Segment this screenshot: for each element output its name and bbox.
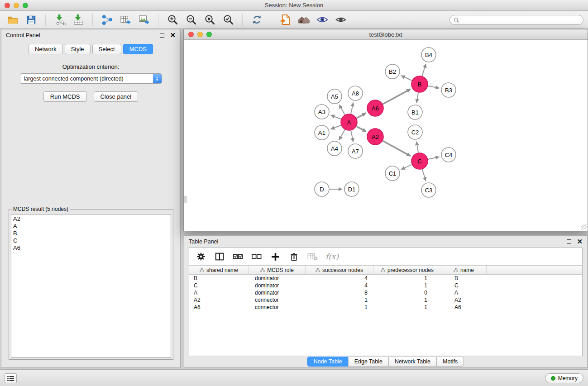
table-settings-gear-icon[interactable] [196, 251, 206, 262]
import-network-icon[interactable] [53, 14, 66, 26]
graph-edge-B-B2[interactable] [401, 76, 412, 81]
tab-mcds[interactable]: MCDS [123, 44, 153, 54]
zoom-out-icon[interactable] [185, 14, 197, 26]
close-table-panel-icon[interactable]: ✕ [577, 239, 583, 244]
network-overview-icon[interactable] [297, 14, 310, 26]
show-details-icon[interactable] [335, 14, 347, 26]
graph-edge-A-A6[interactable] [357, 113, 366, 118]
graph-node-A2[interactable]: A2 [367, 129, 383, 145]
graph-node-B4[interactable]: B4 [421, 48, 436, 62]
graph-node-B3[interactable]: B3 [441, 83, 456, 97]
graph-edge-A-A3[interactable] [331, 115, 341, 119]
tab-style[interactable]: Style [65, 44, 91, 54]
delete-column-icon[interactable] [288, 251, 299, 262]
graph-node-A4[interactable]: A4 [327, 141, 342, 156]
run-mcds-button[interactable]: Run MCDS [43, 91, 87, 102]
network-graph[interactable]: B4B2BB3A5A8A6A3B1AA1C2A2A4A7C4CC1C3DD1 [184, 40, 587, 231]
open-file-icon[interactable] [6, 14, 19, 26]
graph-edge-C-C1[interactable] [401, 165, 412, 170]
column-header[interactable]: predecessor nodes [373, 266, 441, 274]
graph-node-C1[interactable]: C1 [385, 166, 400, 181]
column-header[interactable]: name [441, 266, 487, 274]
close-network-window-button[interactable] [188, 32, 194, 37]
graph-node-A[interactable]: A [341, 114, 357, 130]
graph-node-A7[interactable]: A7 [348, 144, 363, 158]
graph-edge-A6-B[interactable] [383, 89, 411, 104]
network-canvas[interactable]: B4B2BB3A5A8A6A3B1AA1C2A2A4A7C4CC1C3DD1 [184, 40, 588, 231]
graph-node-D1[interactable]: D1 [344, 182, 359, 196]
close-panel-button[interactable]: Close panel [94, 91, 139, 102]
tab-edge-table[interactable]: Edge Table [348, 357, 389, 367]
zoom-actual-size-icon[interactable] [203, 14, 216, 26]
mcds-result-list[interactable]: A2 A B C A6 [11, 214, 171, 357]
graph-node-C3[interactable]: C3 [421, 183, 436, 197]
search-box[interactable] [449, 15, 583, 25]
graph-node-C[interactable]: C [411, 153, 428, 169]
table-row[interactable]: A6 connector 1 1 A6 [189, 304, 582, 311]
column-header[interactable]: successor nodes [306, 266, 373, 274]
graph-node-C2[interactable]: C2 [408, 125, 422, 139]
zoom-network-window-button[interactable] [206, 32, 212, 37]
graph-edge-C-C2[interactable] [416, 142, 418, 153]
task-history-button[interactable] [5, 373, 17, 383]
float-table-panel-icon[interactable] [567, 239, 571, 244]
graph-node-A8[interactable]: A8 [348, 86, 363, 100]
show-columns-icon[interactable] [214, 251, 225, 262]
zoom-in-icon[interactable] [166, 14, 179, 26]
add-column-icon[interactable] [270, 251, 281, 262]
select-all-icon[interactable] [233, 251, 244, 262]
table-row[interactable]: B dominator 4 1 B [189, 275, 582, 282]
import-table-icon[interactable] [72, 14, 85, 26]
tab-node-table[interactable]: Node Table [307, 357, 349, 367]
float-panel-icon[interactable] [160, 33, 164, 38]
graph-node-B2[interactable]: B2 [385, 64, 400, 79]
graph-edge-A-A4[interactable] [339, 130, 345, 140]
list-item[interactable]: C [13, 237, 169, 244]
list-item[interactable]: B [13, 230, 169, 237]
graph-edge-B-B1[interactable] [416, 93, 418, 103]
table-row[interactable]: A2 connector 1 1 A2 [189, 296, 582, 304]
list-item[interactable]: A [13, 223, 169, 230]
refresh-view-icon[interactable] [250, 14, 263, 26]
graph-node-C4[interactable]: C4 [441, 148, 456, 162]
zoom-window-button[interactable] [23, 3, 28, 8]
tab-network[interactable]: Network [29, 44, 63, 54]
function-builder-icon[interactable]: f(x) [325, 252, 339, 261]
import-session-icon[interactable] [279, 14, 292, 26]
graph-edge-A-A5[interactable] [339, 105, 344, 114]
graph-edge-A2-C[interactable] [383, 141, 411, 156]
graph-node-A6[interactable]: A6 [367, 100, 383, 116]
graph-node-B1[interactable]: B1 [408, 105, 422, 119]
table-row[interactable]: C dominator 4 1 C [189, 282, 582, 289]
new-network-icon[interactable] [100, 14, 113, 26]
graph-edge-A-A7[interactable] [351, 131, 353, 142]
graph-edge-A-A1[interactable] [331, 125, 341, 129]
save-session-icon[interactable] [25, 14, 38, 26]
close-window-button[interactable] [5, 3, 10, 8]
paint-style-icon[interactable] [316, 14, 329, 26]
tab-select[interactable]: Select [92, 44, 121, 54]
network-window-titlebar[interactable]: testGlobe.txt [184, 29, 588, 40]
graph-node-A3[interactable]: A3 [315, 105, 329, 119]
export-table-icon[interactable] [119, 14, 132, 26]
resize-grip[interactable] [581, 224, 587, 230]
close-panel-icon[interactable]: ✕ [170, 33, 176, 38]
delete-table-icon[interactable] [307, 251, 318, 262]
column-header[interactable]: MCDS role [249, 266, 306, 274]
graph-node-D[interactable]: D [315, 182, 329, 196]
graph-edge-A-A2[interactable] [357, 126, 366, 132]
column-header[interactable]: shared name [189, 266, 249, 274]
tab-motifs[interactable]: Motifs [436, 357, 464, 367]
memory-button[interactable]: Memory [545, 373, 583, 383]
graph-node-B[interactable]: B [411, 76, 428, 92]
graph-node-A5[interactable]: A5 [327, 89, 342, 104]
graph-edge-B-B4[interactable] [422, 64, 426, 76]
graph-edge-C-C3[interactable] [422, 169, 426, 181]
list-item[interactable]: A6 [13, 244, 169, 252]
search-input[interactable] [462, 17, 579, 23]
tab-network-table[interactable]: Network Table [388, 357, 437, 367]
export-image-icon[interactable] [138, 14, 150, 26]
optimization-dropdown[interactable]: largest connected component (directed) ▲… [20, 73, 162, 84]
splitter-grip[interactable] [184, 196, 186, 203]
deselect-all-icon[interactable] [251, 251, 262, 262]
